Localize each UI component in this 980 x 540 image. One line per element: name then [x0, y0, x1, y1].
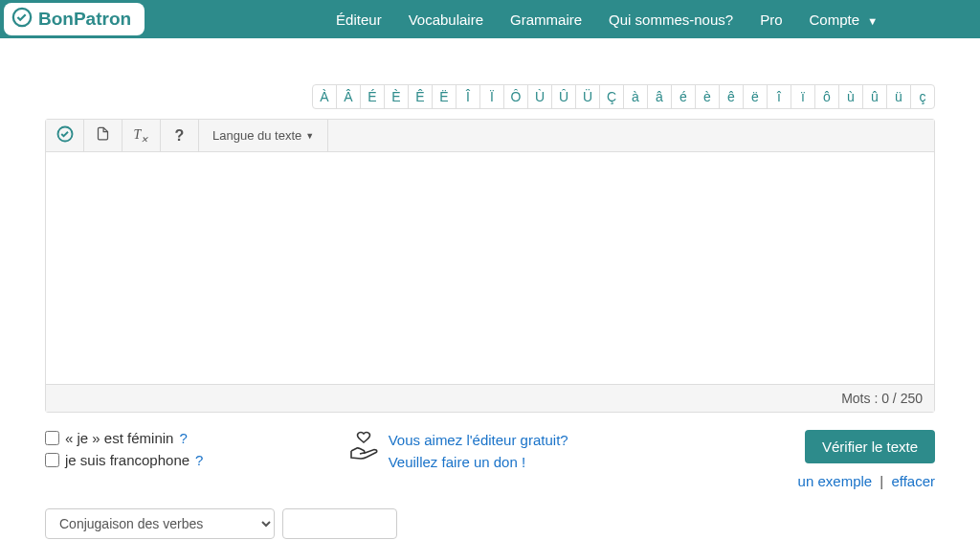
char-button-è[interactable]: è: [695, 84, 720, 109]
separator: |: [880, 473, 883, 489]
donate-link-2[interactable]: Veuillez faire un don !: [389, 452, 568, 474]
char-button-Â[interactable]: Â: [336, 84, 361, 109]
char-button-Ù[interactable]: Ù: [527, 84, 552, 109]
check-circle-icon: [56, 125, 74, 146]
new-document-button[interactable]: [84, 120, 122, 152]
main-container: ÀÂÉÈÊËÎÏÔÙÛÜÇàâéèêëîïôùûüç T✕ ? Langue d…: [26, 84, 954, 539]
text-editor-area[interactable]: [46, 152, 934, 380]
char-button-ô[interactable]: ô: [814, 84, 839, 109]
char-button-È[interactable]: È: [384, 84, 409, 109]
language-dropdown[interactable]: Langue du texte ▼: [199, 120, 328, 152]
nav-links: Éditeur Vocabulaire Grammaire Qui sommes…: [336, 11, 878, 28]
conjugation-row: Conjugaison des verbes: [45, 508, 935, 539]
je-feminine-checkbox[interactable]: [45, 431, 59, 445]
options-row: « je » est féminin ? je suis francophone…: [45, 430, 935, 489]
je-feminine-help[interactable]: ?: [179, 430, 187, 446]
char-button-î[interactable]: î: [767, 84, 791, 109]
char-button-é[interactable]: é: [671, 84, 696, 109]
char-button-ë[interactable]: ë: [743, 84, 768, 109]
editor-toolbar: T✕ ? Langue du texte ▼: [46, 120, 934, 152]
donate-block: Vous aimez l'éditeur gratuit? Veuillez f…: [348, 430, 633, 489]
file-icon: [96, 126, 110, 145]
char-button-Ï[interactable]: Ï: [479, 84, 504, 109]
nav-editeur[interactable]: Éditeur: [336, 11, 382, 28]
clear-link[interactable]: effacer: [891, 473, 935, 489]
verify-text-button[interactable]: Vérifier le texte: [805, 430, 935, 463]
char-button-û[interactable]: û: [862, 84, 887, 109]
conjugation-select[interactable]: Conjugaison des verbes: [45, 508, 275, 539]
char-button-Î[interactable]: Î: [456, 84, 480, 109]
char-button-à[interactable]: à: [623, 84, 648, 109]
example-link[interactable]: un exemple: [798, 473, 873, 489]
check-button[interactable]: [46, 120, 84, 152]
logo[interactable]: BonPatron: [4, 3, 145, 35]
logo-text: BonPatron: [38, 9, 131, 30]
char-button-â[interactable]: â: [647, 84, 672, 109]
je-feminine-label: « je » est féminin: [65, 430, 173, 446]
char-button-ê[interactable]: ê: [719, 84, 744, 109]
navbar: BonPatron Éditeur Vocabulaire Grammaire …: [0, 0, 980, 38]
chevron-down-icon: ▼: [305, 131, 314, 141]
donate-text: Vous aimez l'éditeur gratuit? Veuillez f…: [389, 430, 568, 473]
francophone-help[interactable]: ?: [195, 452, 203, 468]
word-count-label: Mots : 0 / 250: [46, 384, 934, 412]
char-button-ù[interactable]: ù: [838, 84, 863, 109]
action-column: Vérifier le texte un exemple | effacer: [651, 430, 935, 489]
clear-format-button[interactable]: T✕: [122, 120, 161, 152]
char-button-ç[interactable]: ç: [910, 84, 935, 109]
checkbox-options: « je » est féminin ? je suis francophone…: [45, 430, 329, 489]
action-links: un exemple | effacer: [651, 473, 935, 489]
char-button-Û[interactable]: Û: [551, 84, 576, 109]
nav-grammaire[interactable]: Grammaire: [510, 11, 582, 28]
nav-qui-sommes-nous[interactable]: Qui sommes-nous?: [609, 11, 733, 28]
char-button-ï[interactable]: ï: [791, 84, 815, 109]
chevron-down-icon: ▼: [867, 15, 878, 27]
char-button-Ç[interactable]: Ç: [599, 84, 624, 109]
donate-link-1[interactable]: Vous aimez l'éditeur gratuit?: [389, 430, 568, 452]
char-button-Ü[interactable]: Ü: [575, 84, 600, 109]
editor: T✕ ? Langue du texte ▼ Mots : 0 / 250: [45, 119, 935, 413]
nav-compte[interactable]: Compte ▼: [809, 11, 878, 28]
clear-format-icon: T✕: [134, 127, 149, 145]
nav-vocabulaire[interactable]: Vocabulaire: [409, 11, 483, 28]
char-button-Ë[interactable]: Ë: [432, 84, 457, 109]
check-circle-icon: [11, 7, 33, 32]
char-button-ü[interactable]: ü: [886, 84, 911, 109]
char-button-À[interactable]: À: [312, 84, 337, 109]
heart-hand-icon: [348, 430, 379, 464]
help-button[interactable]: ?: [161, 120, 199, 152]
conjugation-input[interactable]: [282, 508, 397, 539]
char-button-É[interactable]: É: [360, 84, 385, 109]
francophone-label: je suis francophone: [65, 452, 189, 468]
char-button-Ê[interactable]: Ê: [408, 84, 433, 109]
special-char-row: ÀÂÉÈÊËÎÏÔÙÛÜÇàâéèêëîïôùûüç: [45, 84, 935, 109]
nav-pro[interactable]: Pro: [760, 11, 782, 28]
francophone-checkbox[interactable]: [45, 453, 59, 467]
question-icon: ?: [175, 127, 185, 145]
char-button-Ô[interactable]: Ô: [503, 84, 528, 109]
